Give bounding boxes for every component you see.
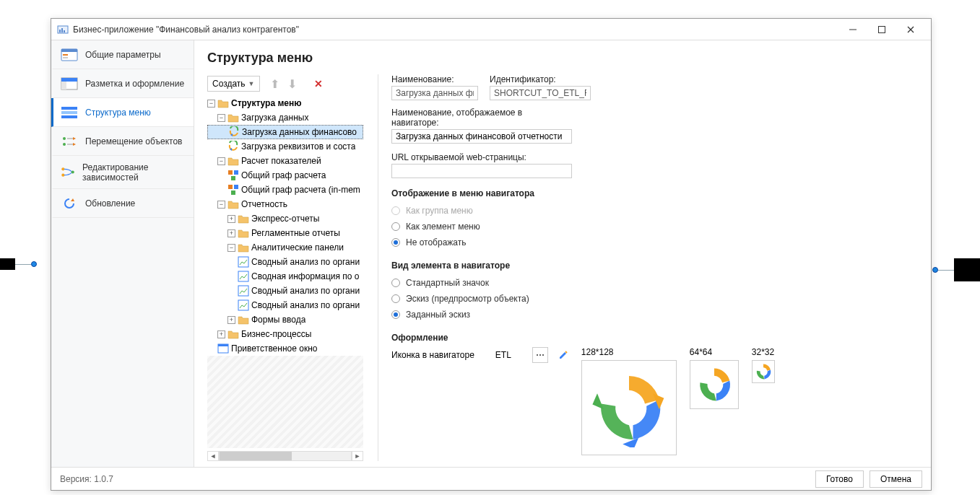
tree-node[interactable]: −Расчет показателей <box>207 154 363 168</box>
preview-64: 64*64 <box>690 347 739 409</box>
preview-32: 32*32 <box>752 347 775 383</box>
tree[interactable]: −Структура меню −Загрузка данных Загрузк… <box>207 96 363 448</box>
create-button[interactable]: Создать ▼ <box>207 76 260 92</box>
svg-rect-2 <box>61 28 63 32</box>
svg-rect-14 <box>61 82 66 89</box>
create-button-label: Создать <box>212 79 246 89</box>
sidebar-item-move[interactable]: Перемещение объектов <box>51 127 194 156</box>
id-input[interactable] <box>490 86 591 100</box>
browse-button[interactable]: ⋯ <box>532 347 548 363</box>
etl-icon <box>228 127 240 137</box>
close-button[interactable] <box>896 19 925 40</box>
radio-icon <box>391 279 400 287</box>
nav-name-input[interactable] <box>391 129 572 144</box>
move-icon <box>61 134 78 149</box>
display-opt-item[interactable]: Как элемент меню <box>391 219 918 235</box>
svg-point-21 <box>61 174 64 177</box>
tree-node[interactable]: Общий граф расчета (in-mem <box>207 183 363 197</box>
display-opt-hide[interactable]: Не отображать <box>391 235 918 250</box>
radio-label: Заданный эскиз <box>406 310 470 320</box>
sidebar-item-common[interactable]: Общие параметры <box>51 40 194 69</box>
sidebar-item-label: Разметка и оформление <box>85 79 184 89</box>
tree-node[interactable]: −Аналитические панели <box>207 240 363 255</box>
tree-node[interactable]: +Формы ввода <box>207 312 363 327</box>
sidebar-item-menu-structure[interactable]: Структура меню <box>51 98 194 127</box>
radio-icon <box>391 222 400 231</box>
tree-node[interactable]: Загрузка реквизитов и соста <box>207 139 363 154</box>
window-title: Бизнес-приложение "Финансовый анализ кон… <box>73 25 838 35</box>
tree-node[interactable]: Сводный анализ по органи <box>207 298 363 312</box>
svg-rect-23 <box>228 170 233 175</box>
app-window: Бизнес-приложение "Финансовый анализ кон… <box>51 18 932 491</box>
sidebar-item-label: Редактирование зависимостей <box>82 162 186 183</box>
tree-node[interactable]: +Бизнес-процессы <box>207 327 363 341</box>
dashboard-icon <box>238 286 249 296</box>
svg-rect-29 <box>238 257 248 267</box>
version-label: Версия: 1.0.7 <box>60 474 810 484</box>
layout-icon <box>61 76 78 91</box>
display-opt-group[interactable]: Как группа меню <box>391 203 918 219</box>
sidebar-item-update[interactable]: Обновление <box>51 189 194 218</box>
tree-node[interactable]: +Регламентные отчеты <box>207 226 363 240</box>
structure-icon <box>61 105 78 120</box>
tree-node[interactable]: Сводная информация по о <box>207 269 363 284</box>
icon-value: ETL <box>482 350 525 360</box>
svg-rect-1 <box>59 30 61 32</box>
tree-root[interactable]: −Структура меню <box>207 96 363 110</box>
kind-opt-standard[interactable]: Стандартный значок <box>391 275 918 291</box>
dashboard-icon <box>238 257 249 267</box>
sidebar-item-deps[interactable]: Редактирование зависимостей <box>51 156 194 189</box>
kind-opt-custom[interactable]: Заданный эскиз <box>391 307 918 323</box>
kind-opt-preview[interactable]: Эскиз (предпросмотр объекта) <box>391 291 918 307</box>
ok-button[interactable]: Готово <box>815 470 864 488</box>
tree-horizontal-scrollbar[interactable]: ◄► <box>207 451 363 461</box>
svg-rect-13 <box>61 78 77 82</box>
svg-rect-30 <box>238 271 248 281</box>
svg-rect-11 <box>63 57 68 58</box>
welcome-icon <box>217 343 229 354</box>
tree-node[interactable]: Сводный анализ по органи <box>207 255 363 269</box>
tree-node[interactable]: +Экспресс-отчеты <box>207 211 363 226</box>
radio-label: Не отображать <box>406 237 467 248</box>
svg-rect-10 <box>63 54 68 56</box>
svg-rect-28 <box>231 190 235 195</box>
minimize-button[interactable] <box>838 19 867 40</box>
app-icon <box>57 24 69 35</box>
tree-node[interactable]: Общий граф расчета <box>207 168 363 183</box>
cancel-button[interactable]: Отмена <box>870 470 922 488</box>
side-note-right-text1: Ра ая <box>954 258 980 270</box>
svg-rect-3 <box>64 30 65 32</box>
move-down-button[interactable]: ⬇ <box>285 76 300 92</box>
tree-node-selected[interactable]: Загрузка данных финансово <box>207 125 363 139</box>
icon-previews: 128*128 64*64 <box>581 347 775 455</box>
nav-name-label: Наименование, отображаемое в навигаторе: <box>391 108 572 128</box>
tree-node[interactable]: Приветственное окно <box>207 341 363 356</box>
form-icon <box>61 48 78 62</box>
delete-button[interactable]: ✕ <box>311 76 326 92</box>
name-input[interactable] <box>391 86 478 100</box>
name-label: Наименование: <box>391 74 478 84</box>
svg-rect-16 <box>61 111 77 114</box>
sidebar-item-layout[interactable]: Разметка и оформление <box>51 69 194 98</box>
sidebar-item-label: Структура меню <box>85 108 151 118</box>
radio-icon <box>391 294 400 303</box>
edit-icon-button[interactable] <box>555 347 571 363</box>
id-label: Идентификатор: <box>490 74 591 84</box>
preview-box-32 <box>752 360 775 383</box>
tree-node[interactable]: −Отчетность <box>207 197 363 211</box>
tree-node[interactable]: −Загрузка данных <box>207 110 363 125</box>
graph-icon <box>227 170 239 180</box>
move-up-button[interactable]: ⬆ <box>267 76 283 92</box>
tree-node[interactable]: Сводный анализ по органи <box>207 284 363 298</box>
radio-icon <box>391 206 400 215</box>
sidebar-item-label: Общие параметры <box>85 50 161 60</box>
url-label: URL открываемой web-страницы: <box>391 152 572 162</box>
preview-128: 128*128 <box>581 347 677 455</box>
tree-toolbar: Создать ▼ ⬆ ⬇ ✕ <box>207 74 363 93</box>
url-input[interactable] <box>391 164 572 178</box>
dashboard-icon <box>238 300 249 310</box>
design-section-head: Оформление <box>391 333 918 343</box>
maximize-button[interactable] <box>867 19 896 40</box>
svg-rect-15 <box>61 107 77 110</box>
icon-label: Иконка в навигаторе <box>391 350 474 360</box>
